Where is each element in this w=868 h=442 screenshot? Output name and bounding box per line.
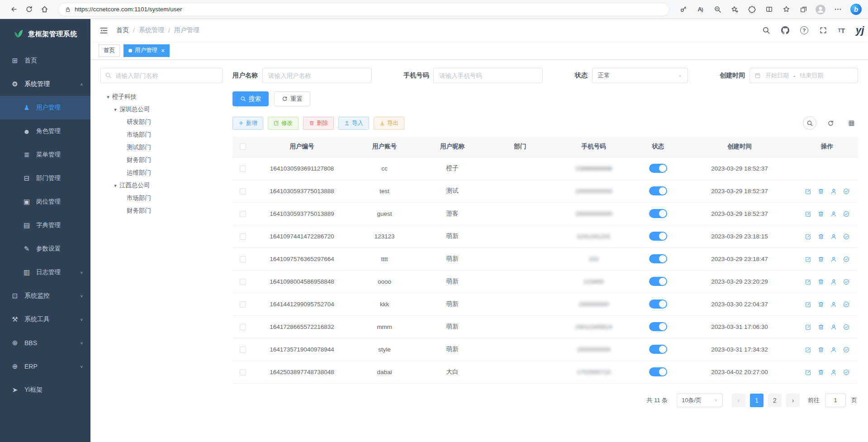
favorites-bar-icon[interactable]: [779, 2, 793, 17]
row-checkbox[interactable]: [240, 279, 246, 285]
row-checkbox[interactable]: [240, 301, 246, 308]
tree-node[interactable]: 财务部门: [100, 154, 223, 166]
row-checkbox[interactable]: [240, 347, 246, 353]
sidebar-item[interactable]: ▥日志管理∨: [0, 261, 90, 284]
row-checkbox[interactable]: [240, 188, 246, 195]
row-checkbox[interactable]: [240, 233, 246, 240]
sidebar-item[interactable]: ♟用户管理: [0, 96, 90, 119]
status-toggle[interactable]: [649, 299, 667, 309]
breadcrumb-item[interactable]: 系统管理: [139, 26, 164, 34]
status-toggle[interactable]: [649, 322, 667, 331]
date-range-picker[interactable]: 开始日期 - 结束日期: [749, 68, 858, 83]
refresh-table-icon[interactable]: [824, 116, 837, 130]
delete-icon[interactable]: [818, 256, 824, 262]
tag-item[interactable]: 用户管理×: [123, 44, 170, 57]
tree-node[interactable]: 市场部门: [100, 192, 223, 204]
sidebar-item[interactable]: ▣岗位管理: [0, 190, 90, 214]
page-button-2[interactable]: 2: [768, 394, 782, 407]
tree-node[interactable]: 运维部门: [100, 166, 223, 179]
status-toggle[interactable]: [649, 345, 667, 354]
export-button[interactable]: 导出: [374, 117, 404, 130]
more-menu-icon[interactable]: [830, 2, 845, 17]
select-all-checkbox[interactable]: [240, 143, 246, 150]
reset-password-icon[interactable]: [830, 188, 837, 195]
authorize-icon[interactable]: [843, 347, 849, 353]
sidebar-item[interactable]: ≣菜单管理: [0, 143, 90, 166]
search-icon[interactable]: [762, 26, 770, 34]
close-tab-icon[interactable]: ×: [161, 47, 165, 54]
sidebar-item[interactable]: ➤Yi框架: [0, 378, 90, 402]
row-checkbox[interactable]: [240, 211, 246, 217]
delete-icon[interactable]: [818, 301, 824, 308]
page-size-select[interactable]: 10条/页 ∨: [677, 394, 723, 407]
edit-icon[interactable]: [805, 369, 811, 375]
sidebar-item[interactable]: ▤字典管理: [0, 214, 90, 237]
sidebar-item[interactable]: ⊕BBS∨: [0, 331, 90, 355]
fullscreen-icon[interactable]: [819, 26, 827, 34]
authorize-icon[interactable]: [843, 301, 849, 308]
delete-icon[interactable]: [818, 347, 824, 353]
home-icon[interactable]: [37, 2, 52, 17]
edit-icon[interactable]: [805, 256, 811, 262]
row-checkbox[interactable]: [240, 324, 246, 330]
tag-item[interactable]: 首页: [99, 44, 120, 57]
goto-page-input[interactable]: [825, 394, 846, 407]
authorize-icon[interactable]: [843, 188, 849, 195]
delete-button[interactable]: 删除: [303, 117, 334, 130]
breadcrumb-item[interactable]: 首页: [116, 26, 129, 34]
delete-icon[interactable]: [818, 369, 824, 375]
copilot-icon[interactable]: b: [850, 4, 862, 15]
address-bar[interactable]: https://ccnetcore.com:1101/system/user: [58, 3, 669, 16]
reset-button[interactable]: 重置: [274, 91, 310, 106]
status-toggle[interactable]: [649, 232, 667, 241]
collections-icon[interactable]: [796, 2, 811, 17]
status-toggle[interactable]: [649, 367, 667, 376]
extensions-icon[interactable]: [745, 2, 759, 17]
import-button[interactable]: 导入: [338, 117, 369, 130]
tree-node[interactable]: 研发部门: [100, 116, 223, 128]
reset-password-icon[interactable]: [830, 233, 837, 240]
columns-grid-icon[interactable]: [844, 116, 858, 130]
tree-node[interactable]: ▾橙子科技: [100, 90, 223, 103]
authorize-icon[interactable]: [843, 256, 849, 262]
github-icon[interactable]: [781, 26, 789, 34]
reset-password-icon[interactable]: [830, 301, 837, 308]
delete-icon[interactable]: [818, 211, 824, 217]
status-toggle[interactable]: [649, 209, 667, 218]
modify-button[interactable]: 修改: [268, 117, 299, 130]
zoom-icon[interactable]: [710, 2, 725, 17]
status-toggle[interactable]: [649, 254, 667, 263]
font-size-icon[interactable]: TT: [838, 27, 845, 34]
authorize-icon[interactable]: [843, 279, 849, 285]
sidebar-item[interactable]: ⊟部门管理: [0, 166, 90, 190]
edit-icon[interactable]: [805, 347, 811, 353]
phone-input[interactable]: [433, 68, 543, 83]
reset-password-icon[interactable]: [830, 324, 837, 330]
tree-node[interactable]: ▾深圳总公司: [100, 103, 223, 116]
delete-icon[interactable]: [818, 188, 824, 195]
help-icon[interactable]: ?: [800, 26, 808, 34]
delete-icon[interactable]: [818, 324, 824, 330]
back-icon[interactable]: [6, 2, 21, 17]
status-toggle[interactable]: [649, 164, 667, 173]
sidebar-item[interactable]: ⊞首页: [0, 49, 90, 72]
split-screen-icon[interactable]: [762, 2, 776, 17]
reset-password-icon[interactable]: [830, 256, 837, 262]
edit-icon[interactable]: [805, 324, 811, 330]
tree-node[interactable]: ▾江西总公司: [100, 179, 223, 192]
edit-icon[interactable]: [805, 301, 811, 308]
delete-icon[interactable]: [818, 279, 824, 285]
reset-password-icon[interactable]: [830, 347, 837, 353]
reset-password-icon[interactable]: [830, 369, 837, 375]
toggle-search-icon[interactable]: [803, 116, 816, 130]
status-toggle[interactable]: [649, 186, 667, 195]
password-key-icon[interactable]: [676, 2, 690, 17]
read-aloud-icon[interactable]: A): [693, 2, 707, 17]
row-checkbox[interactable]: [240, 369, 246, 375]
status-toggle[interactable]: [649, 277, 667, 286]
reset-password-icon[interactable]: [830, 279, 837, 285]
username-input[interactable]: [262, 68, 372, 83]
browser-profile-avatar[interactable]: [813, 2, 828, 17]
row-checkbox[interactable]: [240, 166, 246, 172]
dept-search-input[interactable]: [100, 68, 223, 83]
